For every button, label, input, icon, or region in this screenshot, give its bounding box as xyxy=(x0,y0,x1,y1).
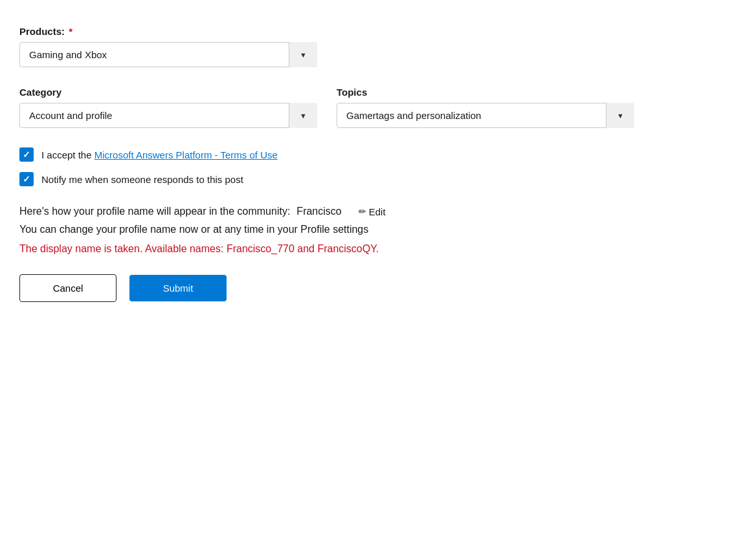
profile-name-prefix: Here's how your profile name will appear… xyxy=(19,206,290,217)
notify-label: Notify me when someone responds to this … xyxy=(41,174,243,185)
profile-change-note: You can change your profile name now or … xyxy=(19,224,737,235)
products-label-text: Products: xyxy=(19,26,65,37)
topics-label: Topics xyxy=(337,87,634,98)
edit-label: Edit xyxy=(369,206,386,217)
products-select-wrapper: Gaming and XboxMicrosoft 365WindowsEdgeO… xyxy=(19,42,317,67)
products-section: Products: * Gaming and XboxMicrosoft 365… xyxy=(19,26,737,67)
profile-name-line: Here's how your profile name will appear… xyxy=(19,206,737,217)
profile-name-value: Francisco xyxy=(296,206,341,217)
terms-checkbox-row: I accept the Microsoft Answers Platform … xyxy=(19,147,737,162)
terms-label-prefix: I accept the xyxy=(41,149,94,160)
cancel-button[interactable]: Cancel xyxy=(19,274,117,302)
edit-link[interactable]: ✏ Edit xyxy=(359,206,386,217)
category-field-group: Category Account and profileSettingsTech… xyxy=(19,87,317,128)
products-select[interactable]: Gaming and XboxMicrosoft 365WindowsEdgeO… xyxy=(19,42,317,67)
profile-section: Here's how your profile name will appear… xyxy=(19,206,737,255)
terms-checkbox[interactable] xyxy=(19,147,34,162)
category-topics-row: Category Account and profileSettingsTech… xyxy=(19,87,737,128)
category-select[interactable]: Account and profileSettingsTechnical Sup… xyxy=(19,103,317,128)
terms-link[interactable]: Microsoft Answers Platform - Terms of Us… xyxy=(94,149,278,160)
terms-label: I accept the Microsoft Answers Platform … xyxy=(41,149,278,160)
category-select-wrapper: Account and profileSettingsTechnical Sup… xyxy=(19,103,317,128)
actions-row: Cancel Submit xyxy=(19,274,737,302)
notify-checkbox[interactable] xyxy=(19,172,34,186)
topics-select-wrapper: Gamertags and personalizationBillingAcco… xyxy=(337,103,634,128)
error-message: The display name is taken. Available nam… xyxy=(19,243,737,255)
topics-select[interactable]: Gamertags and personalizationBillingAcco… xyxy=(337,103,634,128)
products-label: Products: * xyxy=(19,26,737,37)
required-indicator: * xyxy=(66,26,72,37)
submit-button[interactable]: Submit xyxy=(129,275,227,301)
topics-field-group: Topics Gamertags and personalizationBill… xyxy=(337,87,634,128)
category-label: Category xyxy=(19,87,317,98)
checkboxes-section: I accept the Microsoft Answers Platform … xyxy=(19,147,737,186)
notify-checkbox-row: Notify me when someone responds to this … xyxy=(19,172,737,186)
edit-icon: ✏ xyxy=(359,206,366,217)
